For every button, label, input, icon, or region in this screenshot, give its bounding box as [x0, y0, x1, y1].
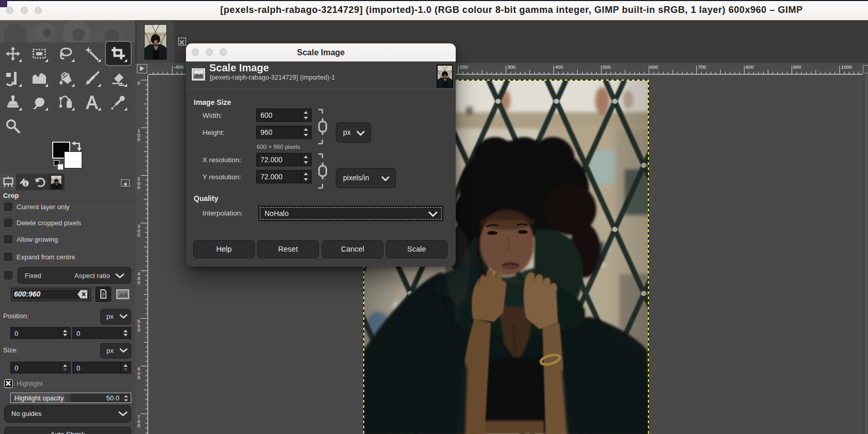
svg-text:i: i	[24, 180, 26, 187]
